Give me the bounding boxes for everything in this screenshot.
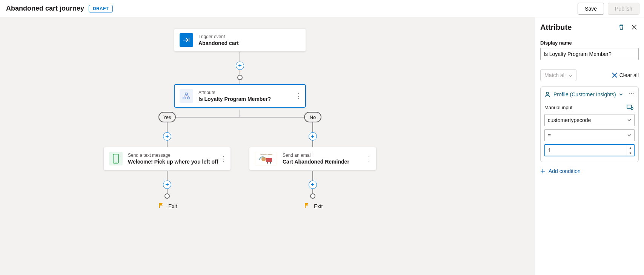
sms-node[interactable]: Send a text message Welcome! Pick up whe… xyxy=(104,147,231,170)
attribute-node[interactable]: Attribute Is Loyalty Program Member? ⋮ xyxy=(174,85,306,107)
trigger-title: Abandoned cart xyxy=(198,40,239,46)
condition-card: ⋯ Profile (Customer Insights) Manual inp… xyxy=(540,87,639,162)
svg-rect-15 xyxy=(185,93,188,95)
svg-text:Your cart is waiting: Your cart is waiting xyxy=(260,153,272,155)
attribute-title: Is Loyalty Program Member? xyxy=(198,96,271,102)
exit-label: Exit xyxy=(168,203,177,209)
add-step-button-no[interactable]: + xyxy=(309,132,317,141)
svg-rect-16 xyxy=(183,97,185,99)
input-mode-toggle[interactable] xyxy=(626,103,635,112)
node-menu-button[interactable]: ⋮ xyxy=(295,92,302,100)
manual-input-label: Manual input xyxy=(544,105,572,110)
node-menu-button[interactable]: ⋮ xyxy=(220,154,227,163)
svg-point-29 xyxy=(270,162,271,164)
connector-dot xyxy=(237,75,243,80)
email-node[interactable]: Your cart is waiting Send an email Cart … xyxy=(249,147,376,170)
connector-dot xyxy=(164,193,170,199)
match-dropdown[interactable]: Match all xyxy=(540,69,576,81)
display-name-label: Display name xyxy=(540,40,639,46)
svg-point-34 xyxy=(546,92,549,94)
email-title: Cart Abandoned Reminder xyxy=(283,159,349,165)
attribute-icon xyxy=(180,89,193,103)
journey-canvas[interactable]: Trigger event Abandoned cart + Attribute… xyxy=(0,17,535,275)
branch-yes[interactable]: Yes xyxy=(158,112,176,122)
chevron-down-icon xyxy=(627,119,631,121)
delete-button[interactable] xyxy=(617,23,626,32)
step-up-button[interactable]: ▲ xyxy=(627,145,634,150)
attribute-panel: Attribute Display name Match all Clear a… xyxy=(535,17,644,275)
add-step-button-no-2[interactable]: + xyxy=(309,181,317,189)
close-button[interactable] xyxy=(630,23,639,32)
trigger-caption: Trigger event xyxy=(198,34,239,39)
attribute-caption: Attribute xyxy=(198,90,271,95)
attribute-field-select[interactable]: customertypecode xyxy=(544,114,635,126)
step-down-button[interactable]: ▼ xyxy=(627,150,634,156)
chevron-down-icon xyxy=(627,134,631,136)
connector-dot xyxy=(310,193,315,199)
trigger-node[interactable]: Trigger event Abandoned cart xyxy=(174,29,306,51)
branch-no[interactable]: No xyxy=(304,112,321,122)
profile-source-dropdown[interactable]: Profile (Customer Insights) xyxy=(544,91,635,97)
x-icon xyxy=(612,73,617,78)
value-input-wrapper: ▲ ▼ xyxy=(544,144,635,156)
clear-all-button[interactable]: Clear all xyxy=(612,72,639,78)
chevron-down-icon xyxy=(569,72,572,78)
svg-rect-17 xyxy=(188,97,190,99)
display-name-input[interactable] xyxy=(540,48,639,60)
status-badge: DRAFT xyxy=(89,5,113,12)
exit-flag-icon xyxy=(304,202,310,210)
value-input[interactable] xyxy=(545,145,627,156)
email-thumbnail-icon: Your cart is waiting xyxy=(255,152,277,165)
card-menu-button[interactable]: ⋯ xyxy=(628,89,635,97)
chevron-down-icon xyxy=(619,93,623,96)
page-title: Abandoned cart journey xyxy=(6,5,84,12)
trigger-icon xyxy=(180,33,193,47)
add-step-button-yes-2[interactable]: + xyxy=(163,181,171,189)
plus-icon xyxy=(540,168,546,174)
sms-caption: Send a text message xyxy=(128,153,218,158)
sms-title: Welcome! Pick up where you left off xyxy=(128,159,218,165)
svg-point-28 xyxy=(267,162,268,164)
add-step-button[interactable]: + xyxy=(236,62,244,70)
text-message-icon xyxy=(109,152,123,165)
exit-flag-icon xyxy=(158,202,164,210)
email-caption: Send an email xyxy=(283,153,349,158)
svg-rect-27 xyxy=(266,158,272,162)
exit-label: Exit xyxy=(314,203,323,209)
add-step-button-yes[interactable]: + xyxy=(163,132,171,141)
save-button[interactable]: Save xyxy=(578,3,604,15)
add-condition-button[interactable]: Add condition xyxy=(540,168,639,174)
node-menu-button[interactable]: ⋮ xyxy=(366,154,372,163)
profile-icon xyxy=(544,91,550,97)
operator-select[interactable]: = xyxy=(544,129,635,141)
publish-button: Publish xyxy=(608,3,639,15)
panel-title: Attribute xyxy=(540,23,613,32)
